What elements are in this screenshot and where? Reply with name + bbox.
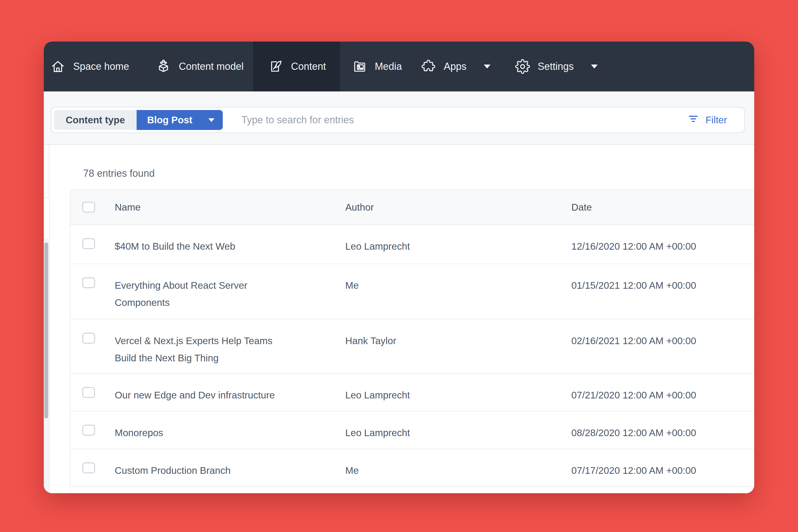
table-header: Name Author Date [70, 190, 754, 225]
nav-item-apps[interactable]: Apps [421, 41, 490, 92]
entry-author: Hank Taylor [345, 320, 571, 373]
column-header-author: Author [345, 202, 571, 213]
nav-item-label: Media [375, 61, 402, 72]
table-row[interactable]: $40M to Build the Next Web Leo Lamprecht… [70, 225, 754, 264]
entry-date: 02/16/2021 12:00 AM +00:00 [571, 320, 754, 373]
select-all-cell [70, 202, 115, 212]
entry-date: 01/15/2021 12:00 AM +00:00 [571, 264, 754, 319]
row-checkbox[interactable] [82, 238, 95, 249]
top-nav: Space home Content model [44, 41, 754, 92]
home-icon [51, 59, 65, 74]
entries-count: 78 entries found [83, 168, 155, 179]
entry-name: Everything About React Server Components [115, 264, 281, 319]
table-row[interactable]: Custom Production Branch Me 07/17/2020 1… [70, 449, 754, 487]
entry-name: Monorepos [115, 412, 281, 449]
content-area: 78 entries found Name Author Date $40M t… [44, 145, 754, 493]
content-type-label: Content type [54, 110, 137, 130]
nav-item-media[interactable]: Media [352, 41, 402, 92]
filter-label: Filter [705, 114, 727, 126]
table-row[interactable]: Monorepos Leo Lamprecht 08/28/2020 12:00… [70, 412, 754, 449]
column-header-name: Name [115, 202, 345, 213]
entry-author: Me [345, 264, 571, 319]
nav-item-content-model[interactable]: Content model [156, 41, 244, 92]
entry-author: Leo Lamprecht [345, 412, 571, 449]
chevron-down-icon [484, 64, 491, 69]
row-checkbox[interactable] [82, 425, 95, 436]
row-checkbox[interactable] [82, 333, 95, 344]
entry-author: Leo Lamprecht [345, 225, 571, 264]
entry-name: Vercel & Next.js Experts Help Teams Buil… [115, 320, 281, 373]
search-bar: Content type Blog Post Filter [51, 107, 745, 133]
row-checkbox[interactable] [82, 462, 95, 473]
table-row[interactable]: Our new Edge and Dev infrastructure Leo … [70, 374, 754, 412]
panel-divider [49, 145, 50, 493]
nav-item-label: Content [291, 61, 326, 72]
background-panel-sliver [44, 145, 49, 198]
table-row-partial [70, 487, 754, 493]
row-checkbox[interactable] [82, 387, 95, 398]
content-type-filter: Content type Blog Post [54, 110, 223, 130]
entry-date: 07/17/2020 12:00 AM +00:00 [571, 449, 754, 486]
nav-item-space-home[interactable]: Space home [51, 41, 129, 92]
settings-icon [515, 59, 530, 74]
entry-date: 07/21/2020 12:00 AM +00:00 [571, 374, 754, 411]
entries-table: Name Author Date $40M to Build the Next … [70, 189, 754, 493]
chevron-down-icon [208, 118, 214, 122]
table-row[interactable]: Everything About React Server Components… [70, 264, 754, 320]
search-toolbar: Content type Blog Post Filter [44, 92, 754, 145]
screenshot-root: { "colors": { "background": "#F0514B", "… [0, 0, 798, 532]
table-row[interactable]: Vercel & Next.js Experts Help Teams Buil… [70, 320, 754, 374]
media-icon [352, 59, 367, 74]
entry-name: $40M to Build the Next Web [115, 225, 281, 264]
select-all-checkbox[interactable] [82, 202, 95, 212]
chevron-down-icon [591, 64, 598, 69]
nav-item-settings[interactable]: Settings [515, 41, 598, 92]
search-input[interactable] [225, 114, 688, 126]
content-type-dropdown[interactable]: Blog Post [137, 110, 223, 130]
nav-item-content[interactable]: Content [253, 41, 340, 92]
entry-author: Leo Lamprecht [345, 374, 571, 411]
nav-item-label: Apps [443, 61, 466, 72]
row-checkbox[interactable] [82, 277, 95, 288]
column-header-date: Date [571, 202, 754, 213]
content-model-icon [156, 59, 171, 74]
nav-item-label: Space home [73, 61, 129, 72]
content-type-value: Blog Post [147, 114, 192, 126]
filter-button[interactable]: Filter [688, 113, 727, 127]
filter-icon [688, 113, 699, 127]
entry-author: Me [345, 449, 571, 486]
entry-name: Our new Edge and Dev infrastructure [115, 374, 281, 411]
nav-item-label: Settings [538, 61, 574, 72]
entry-date: 12/16/2020 12:00 AM +00:00 [571, 225, 754, 264]
entry-date: 08/28/2020 12:00 AM +00:00 [571, 412, 754, 449]
app-window: Space home Content model [44, 41, 754, 493]
entry-name: Custom Production Branch [115, 449, 281, 486]
content-icon [268, 59, 283, 74]
apps-icon [421, 59, 436, 74]
scrollbar-thumb[interactable] [44, 243, 48, 418]
nav-item-label: Content model [179, 61, 244, 72]
